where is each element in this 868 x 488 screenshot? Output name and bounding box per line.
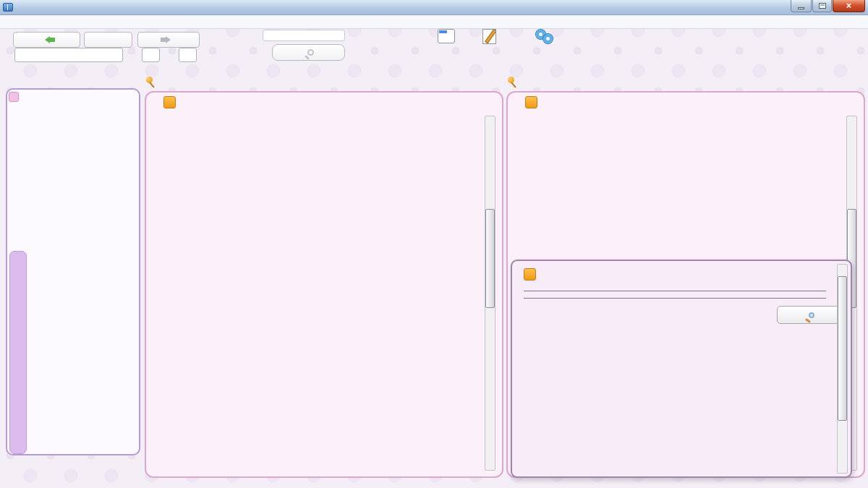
toggle-footnotes[interactable] (470, 29, 508, 46)
footnotes-icon (482, 29, 496, 44)
open-external-icon[interactable] (163, 96, 176, 108)
find-button[interactable] (272, 44, 345, 61)
verse-input[interactable] (179, 48, 197, 62)
title-bar: × (0, 0, 868, 15)
forward-button[interactable] (137, 32, 200, 48)
left-nav-row (146, 96, 502, 111)
scrollbar-thumb[interactable] (838, 276, 847, 421)
crossrefs-icon (534, 29, 558, 45)
search-icon (809, 312, 814, 318)
close-button[interactable]: × (833, 0, 865, 12)
popup-scrollbar[interactable] (837, 264, 848, 474)
scroll-down-icon[interactable] (838, 463, 847, 472)
divider (524, 298, 826, 299)
strong-number-button[interactable] (777, 306, 841, 324)
app-icon (3, 3, 13, 12)
right-nav-row (508, 96, 864, 111)
toggle-headers[interactable] (422, 29, 470, 45)
scroll-up-icon[interactable] (838, 265, 847, 275)
tab-new-testament[interactable] (9, 251, 27, 454)
chapter-input[interactable] (142, 48, 160, 62)
back-arrow-icon (41, 36, 50, 43)
restore-icon (819, 3, 826, 9)
strongs-popup-content (524, 268, 829, 305)
forward-arrow-icon (166, 36, 174, 43)
search-icon (307, 49, 314, 56)
open-external-icon[interactable] (525, 96, 537, 108)
scrollbar-thumb[interactable] (485, 209, 495, 308)
toggle-crossrefs[interactable] (505, 29, 587, 46)
restore-button[interactable] (812, 0, 832, 12)
back-button[interactable] (13, 32, 80, 48)
close-icon: × (846, 1, 851, 11)
search-input[interactable] (263, 30, 345, 41)
verse-stepper[interactable] (200, 47, 209, 63)
left-verse-content (158, 114, 476, 472)
minimize-button[interactable] (791, 0, 812, 12)
book-select[interactable] (14, 48, 123, 62)
minimize-icon (798, 7, 804, 9)
chapter-stepper[interactable] (163, 47, 172, 63)
headers-icon (438, 29, 455, 43)
scroll-up-icon[interactable] (485, 117, 495, 127)
pushpin-icon[interactable] (146, 77, 156, 88)
pushpin-icon[interactable] (508, 77, 518, 88)
left-text-panel (145, 91, 503, 478)
left-scrollbar[interactable] (485, 116, 495, 471)
open-external-icon[interactable] (524, 268, 536, 281)
strongs-popup (511, 260, 852, 478)
sidebar-close-button[interactable] (9, 92, 19, 102)
scroll-up-icon[interactable] (847, 117, 856, 127)
jump-buttons[interactable] (84, 32, 132, 48)
menu-bar (0, 16, 868, 29)
divider (524, 291, 826, 291)
